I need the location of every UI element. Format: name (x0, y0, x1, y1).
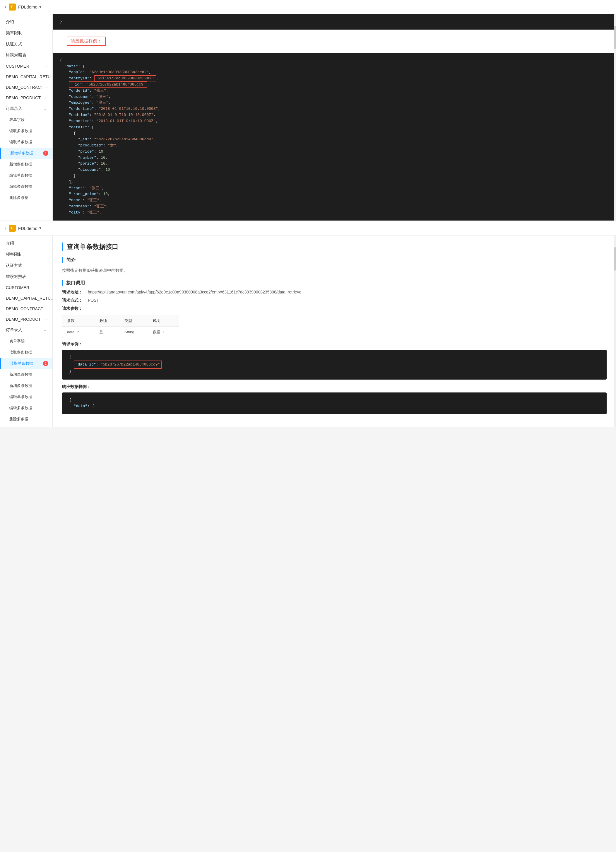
dropdown-icon-1[interactable]: ▼ (39, 5, 42, 9)
sidebar-item-editmulti-2[interactable]: 编辑多条数据 (0, 402, 53, 414)
sidebar-item-readmulti-2[interactable]: 读取多条数据 (0, 347, 53, 358)
sidebar-item-errortable-1[interactable]: 错误对照表 (0, 50, 53, 61)
scrollbar-thumb-1[interactable] (614, 26, 616, 49)
header-bar-2: ‹ F FDLdemo ▼ (0, 221, 616, 236)
request-method-field: 请求方式： POST (62, 298, 607, 303)
sidebar-item-editmulti-1[interactable]: 编辑多条数据 (0, 181, 53, 192)
badge-2: 2 (43, 361, 48, 366)
sidebar-item-formfield-1[interactable]: 表单字段 (0, 114, 53, 125)
header-bar-1: ‹ F FDLdemo ▼ (0, 0, 616, 14)
sidebar-item-editsingle-1[interactable]: 编辑单条数据 (0, 170, 53, 181)
col-header-type: 类型 (120, 315, 148, 326)
sidebar-item-product-2[interactable]: DEMO_PRODUCT › (0, 314, 53, 325)
main-content-1: } 响应数据样例： { "data": { "appId": "62e9e1c0… (53, 14, 616, 221)
code-closing-top: } (53, 14, 616, 30)
response-example-field: 响应数据样例： (62, 384, 607, 390)
arrow-icon: › (45, 85, 47, 89)
request-url-value: https://api.jiandaoyun.com/api/v4/app/62… (88, 290, 301, 295)
sidebar-item-order-1[interactable]: 订单录入 ⌄ (0, 103, 53, 114)
sidebar-item-contract-1[interactable]: DEMO_CONTRACT › (0, 82, 53, 92)
scrollbar-track-1 (614, 14, 616, 221)
badge-1: 1 (43, 151, 48, 156)
scrollbar-track-2 (614, 236, 616, 427)
back-icon-2[interactable]: ‹ (5, 225, 6, 231)
sidebar-item-auth-2[interactable]: 认证方式 (0, 260, 53, 271)
expand-down-icon-2: ⌄ (44, 328, 47, 332)
sidebar-1: 介绍 频率限制 认证方式 错误对照表 CUSTOMER › DEMO_CAPIT… (0, 14, 53, 221)
sidebar-item-ratelimit-2[interactable]: 频率限制 (0, 249, 53, 260)
app-title-1: FDLdemo (18, 5, 38, 9)
app-icon-1: F (9, 3, 16, 11)
sidebar-item-product-1[interactable]: DEMO_PRODUCT › (0, 92, 53, 103)
request-example-label: 请求示例： (62, 341, 86, 347)
sidebar-item-intro-1[interactable]: 介绍 (0, 17, 53, 27)
arrow-icon-2d: › (45, 317, 47, 321)
dropdown-icon-2[interactable]: ▼ (39, 226, 42, 230)
response-label-1: 响应数据样例： (67, 36, 106, 46)
cell-desc: 数据ID (148, 326, 179, 338)
panel-2: ‹ F FDLdemo ▼ 介绍 频率限制 认证方式 错误对照表 CUSTOME… (0, 221, 616, 428)
scrollbar-thumb-2[interactable] (614, 247, 616, 270)
request-url-label: 请求地址： (62, 290, 86, 295)
app-icon-2: F (9, 225, 16, 232)
sidebar-item-deletemulti-2[interactable]: 删除多条据 (0, 414, 53, 424)
doc-body-2: 查询单条数据接口 简介 按照指定数据ID获取表单中的数据。 接口调用 请求地址：… (53, 236, 616, 421)
arrow-icon: › (45, 96, 47, 100)
cell-param: data_id (62, 326, 95, 338)
request-example-code: { "data_id": "5b237267b22ab14884086cc9" … (62, 350, 607, 379)
request-params-field: 请求参数： (62, 306, 607, 311)
sidebar-item-deletemulti-1[interactable]: 删除多条据 (0, 192, 53, 203)
back-icon-1[interactable]: ‹ (5, 4, 6, 10)
response-code-block-2: { "data": { (62, 393, 607, 414)
expand-down-icon: ⌄ (44, 107, 47, 111)
sidebar-item-ratelimit-1[interactable]: 频率限制 (0, 27, 53, 39)
main-content-2: 查询单条数据接口 简介 按照指定数据ID获取表单中的数据。 接口调用 请求地址：… (53, 236, 616, 427)
sidebar-item-readmulti-1[interactable]: 读取多条数据 (0, 125, 53, 136)
sidebar-item-customer-1[interactable]: CUSTOMER › (0, 61, 53, 71)
table-row: data_id 是 String 数据ID (62, 326, 179, 338)
panel-1: ‹ F FDLdemo ▼ 介绍 频率限制 认证方式 错误对照表 CUSTOME… (0, 0, 616, 221)
sidebar-item-contract-2[interactable]: DEMO_CONTRACT › (0, 304, 53, 314)
sidebar-2: 介绍 频率限制 认证方式 错误对照表 CUSTOMER › DEMO_CAPIT… (0, 236, 53, 427)
sidebar-item-addmulti-2[interactable]: 新增多条数据 (0, 380, 53, 391)
request-params-label: 请求参数： (62, 306, 86, 311)
col-header-required: 必须 (95, 315, 120, 326)
params-table: 参数 必须 类型 说明 data_id 是 String (62, 315, 179, 338)
arrow-icon-2c: › (45, 307, 47, 311)
sidebar-item-addsingle-2[interactable]: 新增单条数据 (0, 369, 53, 380)
cell-type: String (120, 326, 148, 338)
sidebar-item-errortable-2[interactable]: 错误对照表 (0, 271, 53, 282)
sidebar-item-order-2[interactable]: 订单录入 ⌄ (0, 325, 53, 335)
sidebar-item-formfield-2[interactable]: 表单字段 (0, 335, 53, 347)
sidebar-item-auth-1[interactable]: 认证方式 (0, 39, 53, 50)
intro-text-2: 按照指定数据ID获取表单中的数据。 (62, 267, 607, 274)
app-title-2: FDLdemo (18, 226, 38, 231)
request-url-field: 请求地址： https://api.jiandaoyun.com/api/v4/… (62, 290, 607, 295)
request-method-value: POST (88, 298, 99, 302)
intro-title-2: 简介 (62, 257, 607, 263)
sidebar-item-intro-2[interactable]: 介绍 (0, 238, 53, 249)
arrow-icon: › (45, 64, 47, 68)
sidebar-item-customer-2[interactable]: CUSTOMER › (0, 282, 53, 293)
doc-title-2: 查询单条数据接口 (62, 243, 607, 251)
request-example-field: 请求示例： (62, 341, 607, 347)
response-code-block-1: { "data": { "appId": "62e9e1c00a99380008… (53, 53, 616, 221)
cell-required: 是 (95, 326, 120, 338)
response-example-label: 响应数据样例： (62, 384, 91, 390)
col-header-param: 参数 (62, 315, 95, 326)
sidebar-item-editsingle-2[interactable]: 编辑单条数据 (0, 391, 53, 402)
sidebar-item-readsingle-2[interactable]: 读取单条数据 2 (0, 358, 53, 369)
sidebar-item-capital-2[interactable]: DEMO_CAPITAL_RETU... › (0, 293, 53, 304)
arrow-icon-2a: › (45, 286, 47, 290)
api-title-2: 接口调用 (62, 280, 607, 286)
sidebar-item-addmulti-1[interactable]: 新增多条数据 (0, 159, 53, 170)
sidebar-item-capital-1[interactable]: DEMO_CAPITAL_RETU... › (0, 71, 53, 82)
request-method-label: 请求方式： (62, 298, 86, 303)
sidebar-item-readsingle-1[interactable]: 读取单条数据 (0, 136, 53, 148)
col-header-desc: 说明 (148, 315, 179, 326)
sidebar-item-addsingle-1[interactable]: 新增单条数据 1 (0, 148, 53, 159)
response-label-section-1: 响应数据样例： (53, 30, 616, 53)
